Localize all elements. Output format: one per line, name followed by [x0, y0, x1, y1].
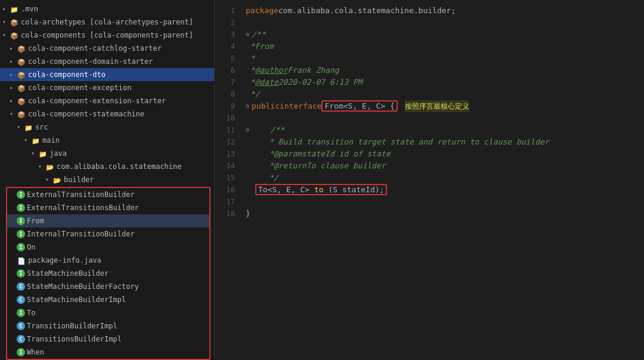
code-line-17: } — [246, 208, 644, 220]
code-line-2 — [246, 17, 644, 29]
kw-package: package — [246, 5, 278, 17]
comment-author-val: Frank Zhang — [287, 64, 339, 76]
tree-item-extension[interactable]: 📦 cola-component-extension-starter — [0, 94, 214, 107]
inner-comment-param-tag: @param — [274, 148, 302, 160]
label-StateMachineBuilderFactory: StateMachineBuilderFactory — [27, 281, 139, 292]
tree-item-cola-components[interactable]: 📦 cola-components [cola-components-paren… — [0, 29, 214, 42]
file-icon-pi: 📄 — [17, 256, 26, 264]
interface-icon-On: I — [17, 243, 25, 251]
code-line-16 — [246, 196, 644, 208]
comment-author-prefix: * — [246, 64, 255, 76]
label-exception: cola-component-exception — [28, 82, 131, 93]
arrow-mvn — [2, 4, 10, 14]
method-line-box: To<S, E, C> to (S stateId); — [255, 184, 387, 195]
comment-date-prefix: * — [246, 76, 255, 88]
interface-name-box: From<S, E, C> { — [321, 100, 397, 112]
tree-item-On[interactable]: I On — [7, 241, 209, 254]
tree-item-ExternalTransitionsBuilder[interactable]: I ExternalTransitionsBuilder — [7, 201, 209, 214]
label-cola-archetypes: cola-archetypes [cola-archetypes-parent] — [21, 17, 193, 27]
module-icon-dto: 📦 — [17, 70, 26, 79]
tree-item-java[interactable]: 📁 java — [0, 147, 214, 160]
tree-item-cola-archetypes[interactable]: 📦 cola-archetypes [cola-archetypes-paren… — [0, 16, 214, 29]
comment-author-tag: @author — [255, 64, 288, 76]
tree-item-catchlog[interactable]: 📦 cola-component-catchlog-starter — [0, 42, 214, 55]
folder-icon-mvn: 📁 — [10, 5, 19, 13]
code-line-3: ⊖ /** — [246, 29, 644, 41]
package-icon-builder: 📂 — [52, 176, 62, 184]
code-line-7: * @date 2020-02-07 6:13 PM — [246, 76, 644, 88]
tree-item-To[interactable]: I To — [7, 306, 209, 319]
label-StateMachineBuilder: StateMachineBuilder — [27, 268, 109, 279]
tree-item-pkg[interactable]: 📂 com.alibaba.cola.statemachine — [0, 160, 214, 173]
annotation-label: 按照序言最核心定义 — [405, 100, 469, 112]
arrow-java — [31, 148, 38, 159]
label-pkg: com.alibaba.cola.statemachine — [57, 161, 182, 172]
inner-comment-param-prefix: * — [246, 148, 274, 160]
module-icon-statemachine: 📦 — [17, 110, 26, 118]
tree-item-StateMachineBuilderFactory[interactable]: C StateMachineBuilderFactory — [7, 280, 209, 293]
arrow-exception — [10, 82, 17, 93]
inner-comment-return-prefix: * — [246, 160, 274, 172]
label-statemachine: cola-component-statemachine — [28, 109, 144, 119]
tree-item-StateMachineBuilder[interactable]: I StateMachineBuilder — [7, 267, 209, 280]
tree-item-mvn[interactable]: 📁 .mvn — [0, 2, 214, 16]
label-InternalTransitionBuilder: InternalTransitionBuilder — [27, 229, 135, 239]
interface-icon-ITB: I — [17, 230, 25, 238]
comment-close: */ — [246, 88, 259, 100]
tree-item-domain[interactable]: 📦 cola-component-domain-starter — [0, 55, 214, 68]
folder-icon-java: 📁 — [38, 149, 48, 158]
code-line-6: * @author Frank Zhang — [246, 64, 644, 76]
label-TransitionBuilderImpl: TransitionBuilderImpl — [27, 321, 117, 331]
arrow-dto — [10, 69, 17, 80]
tree-item-builder[interactable]: 📂 builder — [0, 173, 214, 186]
method-line: To<S, E, C> to (S stateId); — [255, 184, 387, 196]
tree-item-When[interactable]: I When — [7, 346, 209, 359]
file-tree[interactable]: 📁 .mvn 📦 cola-archetypes [cola-archetype… — [0, 0, 215, 360]
tree-item-package-info[interactable]: 📄 package-info.java — [7, 254, 209, 267]
code-line-5: * — [246, 53, 644, 64]
label-builder: builder — [64, 174, 94, 185]
inner-comment-start: /** — [252, 124, 284, 136]
label-src: src — [35, 122, 48, 133]
class-icon-SMBI: C — [17, 296, 25, 304]
arrow-src — [17, 122, 24, 133]
comment-blank: * — [246, 53, 255, 64]
tree-item-exception[interactable]: 📦 cola-component-exception — [0, 81, 214, 94]
label-dto: cola-component-dto — [28, 69, 106, 80]
tree-item-src[interactable]: 📁 src — [0, 121, 214, 134]
comment-from: * — [246, 41, 255, 53]
arrow-pkg — [38, 161, 45, 172]
kw-public: public — [252, 100, 280, 112]
arrow-main — [24, 135, 31, 146]
tree-item-InternalTransitionBuilder[interactable]: I InternalTransitionBuilder — [7, 227, 209, 241]
tree-item-StateMachineBuilderImpl[interactable]: C StateMachineBuilderImpl — [7, 293, 209, 306]
tree-item-main[interactable]: 📁 main — [0, 134, 214, 147]
label-mvn: .mvn — [21, 4, 38, 14]
module-icon-cola-components: 📦 — [10, 31, 19, 39]
pkg-name: com.alibaba.cola.statemachine.builder; — [278, 5, 456, 17]
label-cola-components: cola-components [cola-components-parent] — [21, 30, 193, 41]
code-line-15-comment: */ — [246, 172, 644, 184]
interface-name: From<S, E, C> { — [321, 100, 397, 112]
module-icon-exception: 📦 — [17, 84, 26, 92]
tree-item-dto[interactable]: 📦 cola-component-dto — [0, 68, 214, 81]
arrow-statemachine — [10, 109, 17, 119]
close-brace: } — [246, 208, 250, 220]
label-package-info: package-info.java — [28, 255, 101, 266]
tree-item-TransitionBuilderImpl[interactable]: C TransitionBuilderImpl — [7, 319, 209, 333]
tree-item-statemachine[interactable]: 📦 cola-component-statemachine — [0, 107, 214, 121]
code-line-15: To<S, E, C> to (S stateId); — [246, 184, 644, 196]
label-domain: cola-component-domain-starter — [28, 56, 153, 67]
code-line-10 — [246, 112, 644, 124]
interface-icon-SMB: I — [17, 269, 25, 278]
code-line-8: */ — [246, 88, 644, 100]
inner-comment-return-tag: @return — [274, 160, 306, 172]
label-ExternalTransitionBuilder: ExternalTransitionBuilder — [27, 189, 135, 200]
tree-item-ExternalTransitionBuilder[interactable]: I ExternalTransitionBuilder — [7, 188, 209, 201]
inner-comment-param-val: stateId id of state — [302, 148, 391, 160]
label-ExternalTransitionsBuilder: ExternalTransitionsBuilder — [27, 202, 139, 213]
line-numbers: 1 2 3 4 5 6 7 8 9 10 11 12 13 14 15 16 1… — [215, 0, 239, 360]
label-From: From — [27, 216, 44, 226]
tree-item-TransitionsBuilderImpl[interactable]: C TransitionsBuilderImpl — [7, 333, 209, 346]
tree-item-From[interactable]: I From — [7, 214, 209, 227]
